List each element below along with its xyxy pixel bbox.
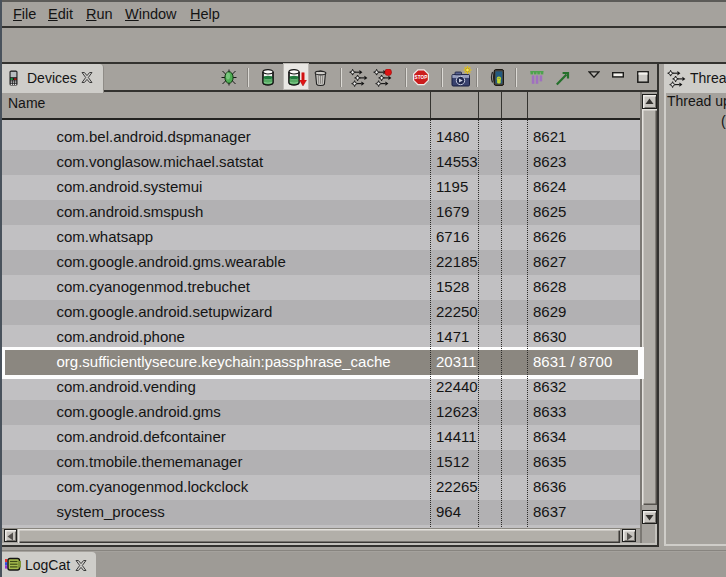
svg-text:STOP: STOP: [414, 75, 427, 80]
